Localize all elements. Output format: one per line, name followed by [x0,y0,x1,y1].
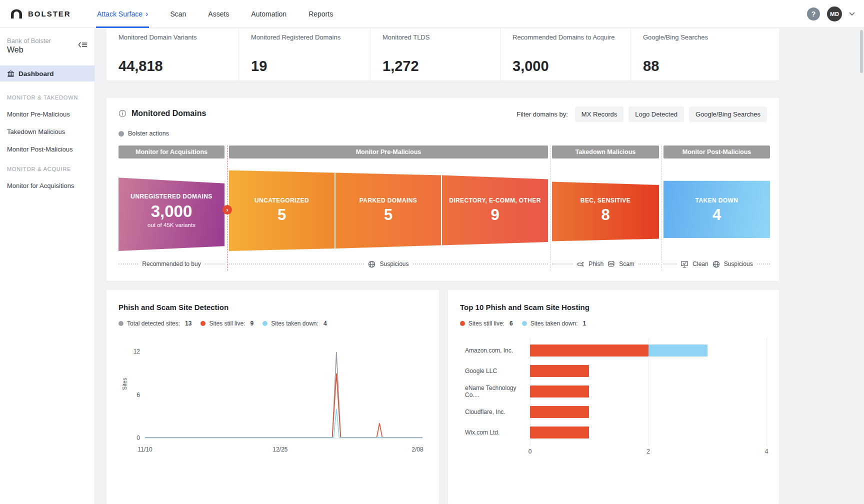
monitored-domains-card: Monitored Domains Filter domains by: MX … [106,98,779,281]
sidebar-item-monitor-pre-malicious[interactable]: Monitor Pre-Malicious [0,100,94,118]
detection-plot-area: 0612 [145,351,422,438]
hosting-chart-title: Top 10 Phish and Scam Site Hosting [460,303,590,312]
detection-legend: Total detected sites:13 Sites still live… [118,320,327,327]
detection-series-line [145,374,422,438]
collapse-sidebar-icon[interactable] [78,41,88,48]
funnel-footnote-takedown: Phish Scam [552,258,659,270]
funnel-segment-uncategorized[interactable]: UNCATEGORIZED 5 [229,170,334,251]
chevron-right-icon: › [146,10,148,18]
hosting-bar-segment[interactable] [530,344,648,356]
funnel-segment-unregistered-domains[interactable]: UNREGISTERED DOMAINS 3,000 out of 45K va… [118,170,224,251]
hosting-x-ticks: 024 [530,448,766,456]
sidebar: Bank of Bolster Web Dashboard MONITOR & … [0,28,95,504]
hosting-bar-segment[interactable] [530,386,589,398]
hosting-category-label: eName Technology Co.... [448,384,530,398]
hosting-category-label: Google LLC [448,368,530,374]
funnel-footnote-acquisitions: Recommended to buy [118,258,224,270]
legend-dot [200,321,206,326]
nav-item-assets[interactable]: Assets [208,0,229,28]
summary-stats-card: Monitored Domain Variants 44,818 Monitor… [106,28,779,80]
nav-item-attack-surface[interactable]: Attack Surface › [97,0,148,28]
bolster-actions-dot [118,131,124,136]
funnel-column-monitor-for-acquisitions: Monitor for Acquisitions [118,146,224,158]
brand-logo[interactable]: BOLSTER [0,8,85,20]
sidebar-item-monitor-post-malicious[interactable]: Monitor Post-Malicious [0,136,94,153]
sidebar-item-dashboard[interactable]: Dashboard [0,66,94,82]
funnel-footnote-postmalicious: Clean Suspicious [664,258,770,270]
legend-sites-still-live: Sites still live:6 [460,320,513,327]
y-tick-label: 12 [125,348,140,355]
bolster-logo-icon [10,8,23,20]
clean-monitor-check-icon [680,260,688,268]
nav-item-automation[interactable]: Automation [251,0,286,28]
x-tick-label: 12/25 [272,446,288,453]
sidebar-item-monitor-for-acquisitions[interactable]: Monitor for Acquisitions [0,172,94,190]
filter-domains-label: Filter domains by: [516,110,568,118]
sidebar-section-monitor-takedown: MONITOR & TAKEDOWN [0,82,94,100]
hosting-category-label: Cloudflare, Inc. [448,408,530,416]
info-icon[interactable] [118,110,126,118]
legend-sites-taken-down: Sites taken down:4 [262,320,326,327]
hosting-bar-row: Amazon.com, Inc. [448,340,779,360]
funnel-segment-bec-sensitive[interactable]: BEC, SENSITIVE 8 [552,170,659,251]
stat-monitored-registered-domains: Monitored Registered Domains 19 [238,28,370,80]
funnel-segment-taken-down[interactable]: TAKEN DOWN 4 [664,170,770,251]
hosting-bar-segment[interactable] [648,344,708,356]
funnel-arrow-right-button[interactable]: › [222,205,232,214]
hosting-bar-segment[interactable] [530,426,589,438]
primary-nav: Attack Surface › Scan Assets Automation … [97,0,333,28]
detection-series-line [145,409,422,438]
filter-google-bing-button[interactable]: Google/Bing Searches [689,106,767,122]
funnel-segment-parked-domains[interactable]: PARKED DOMAINS 5 [336,170,441,251]
hosting-bar-segment[interactable] [530,365,589,377]
sidebar-section-monitor-acquire: MONITOR & ACQUIRE [0,153,94,172]
help-button[interactable]: ? [807,8,820,20]
top-navigation-bar: BOLSTER Attack Surface › Scan Assets Aut… [0,0,864,28]
hosting-bar-row: eName Technology Co.... [448,381,779,402]
x-tick-label: 0 [528,448,532,455]
hosting-bar-row: Google LLC [448,360,779,381]
detection-chart-title: Phish and Scam Site Detection [118,303,228,312]
funnel-segment-directory-ecomm-other[interactable]: DIRECTORY, E-COMM, OTHER 9 [442,170,548,251]
legend-dot [460,321,465,326]
hosting-category-label: Wix.com Ltd. [448,429,530,436]
detection-y-axis-label: Sites [122,378,128,390]
legend-dot [522,321,527,326]
nav-item-reports[interactable]: Reports [308,0,333,28]
sidebar-item-takedown-malicious[interactable]: Takedown Malicious [0,118,94,136]
detection-line-svg [145,351,422,440]
legend-dot [118,321,124,326]
funnel-footnote-premalicious: Suspicious [229,258,548,270]
hosting-bar-track [530,386,766,398]
detection-series-line [145,352,422,438]
y-tick-label: 0 [125,434,140,442]
brand-name: BOLSTER [28,10,71,18]
detection-x-ticks: 11/1012/252/08 [145,446,422,454]
stat-monitored-tlds: Monitored TLDS 1,272 [370,28,500,80]
filter-mx-records-button[interactable]: MX Records [575,106,624,122]
chevron-down-icon[interactable] [849,12,855,16]
scam-coins-icon [608,260,615,268]
hosting-bar-row: Wix.com Ltd. [448,422,779,442]
phish-fish-icon [576,261,584,268]
y-tick-label: 6 [125,392,140,398]
bolster-actions-legend: Bolster actions [118,130,169,137]
hosting-bar-row: Cloudflare, Inc. [448,402,779,422]
x-tick-label: 2 [646,448,650,455]
hosting-bar-segment[interactable] [530,406,589,418]
phish-scam-hosting-card: Top 10 Phish and Scam Site Hosting Sites… [448,290,779,504]
stat-monitored-domain-variants: Monitored Domain Variants 44,818 [106,28,238,80]
bank-icon [7,70,14,78]
vertical-scrollbar[interactable] [860,30,863,73]
sidebar-item-label: Dashboard [18,70,54,78]
x-tick-label: 11/10 [138,446,152,453]
filter-logo-detected-button[interactable]: Logo Detected [628,106,684,122]
legend-sites-taken-down: Sites taken down:1 [522,320,586,327]
user-avatar[interactable]: MD [827,6,842,22]
legend-sites-still-live: Sites still live:9 [200,320,254,327]
stat-recommended-domains-to-acquire: Recommended Domains to Acquire 3,000 [500,28,630,80]
x-tick-label: 4 [765,448,768,455]
nav-item-scan[interactable]: Scan [170,0,186,28]
hosting-rows: Amazon.com, Inc.Google LLCeName Technolo… [448,340,779,442]
domains-funnel: Monitor for Acquisitions Monitor Pre-Mal… [118,146,770,272]
